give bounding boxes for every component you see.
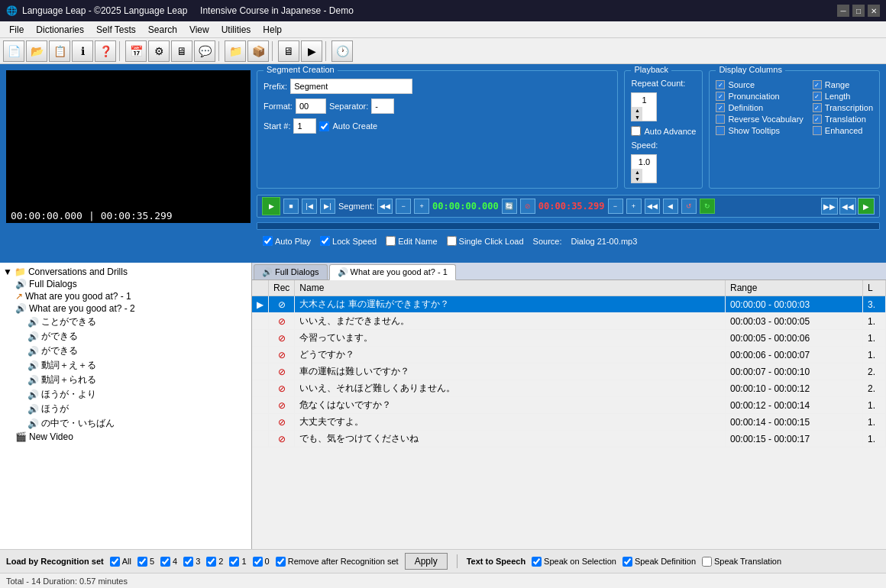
transport-minus2[interactable]: − (608, 199, 623, 214)
dc-show-tooltips-check[interactable] (716, 126, 725, 135)
repeat-value[interactable] (632, 93, 656, 107)
transport-rewind[interactable]: ↺ (681, 199, 697, 214)
bc-remove-checkbox[interactable] (276, 557, 286, 567)
format-input[interactable] (296, 99, 326, 114)
rt-btn-3[interactable]: ▶ (858, 198, 875, 215)
start-input[interactable] (293, 118, 316, 134)
table-row[interactable]: ▶ ⊘ 大木さんは 車の運転ができますか？ 00:00:00 - 00:00:0… (252, 296, 886, 313)
auto-create-checkbox[interactable] (319, 121, 329, 131)
menu-utilities[interactable]: Utilities (215, 23, 257, 37)
dc-reverse-vocab-check[interactable] (716, 115, 725, 124)
lock-speed-checkbox[interactable] (320, 236, 330, 246)
transport-forward[interactable]: ↻ (700, 199, 715, 214)
tree-item-doshi2[interactable]: 🔊 動詞＋られる (3, 373, 248, 387)
toolbar-chat[interactable]: 💬 (194, 40, 215, 62)
apply-button[interactable]: Apply (405, 553, 448, 570)
transport-seg-start[interactable]: ◀◀ (377, 199, 393, 214)
separator-input[interactable] (371, 99, 394, 114)
tree-item-houga[interactable]: 🔊 ほうが・より (3, 387, 248, 402)
toolbar-open[interactable]: 📂 (26, 40, 47, 62)
dc-translation-check[interactable]: ✓ (813, 115, 822, 124)
dc-enhanced-check[interactable] (813, 126, 822, 135)
menu-help[interactable]: Help (257, 23, 288, 37)
menu-dictionaries[interactable]: Dictionaries (30, 23, 90, 37)
table-row[interactable]: ⊘ 車の運転は難しいですか？ 00:00:07 - 00:00:10 2. (252, 363, 886, 380)
toolbar-info[interactable]: ℹ (72, 40, 93, 62)
bc-5-checkbox[interactable] (137, 557, 147, 567)
prefix-input[interactable] (290, 79, 412, 94)
auto-advance-checkbox[interactable] (631, 126, 641, 136)
transport-plus2[interactable]: + (626, 199, 642, 214)
speed-down[interactable]: ▼ (632, 176, 642, 183)
bc-all-checkbox[interactable] (110, 557, 120, 567)
transport-prev-seg[interactable]: |◀ (302, 199, 317, 214)
tree-item-full-dialogs[interactable]: 🔊 Full Dialogs (3, 278, 248, 290)
tree-item-what2[interactable]: 🔊 What are you good at? - 2 (3, 302, 248, 315)
speed-spinner[interactable]: ▲ ▼ (631, 154, 657, 183)
tree-item-dekiru1[interactable]: 🔊 ができる (3, 329, 248, 344)
table-row[interactable]: ⊘ でも、気をつけてくださいね 00:00:15 - 00:00:17 1. (252, 431, 886, 447)
rt-btn-1[interactable]: ▶▶ (821, 198, 838, 215)
rt-btn-2[interactable]: ◀◀ (839, 198, 856, 215)
bc-3-checkbox[interactable] (183, 557, 193, 567)
toolbar-settings[interactable]: ⚙ (148, 40, 170, 62)
dc-source-check[interactable]: ✓ (716, 80, 725, 89)
minimize-button[interactable]: ─ (837, 5, 849, 17)
transport-back2[interactable]: ◀ (663, 199, 678, 214)
menu-file[interactable]: File (3, 23, 30, 37)
bc-1-checkbox[interactable] (229, 557, 239, 567)
bc-speak-def-checkbox[interactable] (622, 557, 632, 567)
maximize-button[interactable]: □ (852, 5, 865, 17)
toolbar-calendar[interactable]: 📅 (125, 40, 147, 62)
transport-seg-plus[interactable]: + (414, 199, 429, 214)
tab-full-dialogs[interactable]: 🔊 Full Dialogs (254, 264, 328, 279)
toolbar-package[interactable]: 📦 (247, 40, 269, 62)
auto-play-checkbox[interactable] (263, 236, 273, 246)
tree-item-houga2[interactable]: 🔊 ほうが (3, 402, 248, 416)
transport-play[interactable]: ▶ (262, 197, 280, 215)
single-click-checkbox[interactable] (447, 236, 457, 246)
tree-item-root[interactable]: ▼ 📁 Conversations and Drills (3, 266, 248, 278)
tree-item-naka[interactable]: 🔊 の中で・いちばん (3, 416, 248, 431)
tree-item-new-video[interactable]: 🎬 New Video (3, 431, 248, 443)
tab-what1[interactable]: 🔊 What are you good at? - 1 (329, 264, 456, 280)
transport-back[interactable]: ◀◀ (645, 199, 660, 214)
toolbar-monitor2[interactable]: 🖥 (278, 40, 299, 62)
tree-item-doshi1[interactable]: 🔊 動詞＋え＋る (3, 358, 248, 373)
speed-up[interactable]: ▲ (632, 169, 642, 176)
toolbar-folder[interactable]: 📁 (225, 40, 246, 62)
dc-pronunciation-check[interactable]: ✓ (716, 92, 725, 101)
transport-stop[interactable]: ■ (283, 199, 299, 214)
menu-view[interactable]: View (183, 23, 215, 37)
repeat-spinner[interactable]: ▲ ▼ (631, 92, 657, 121)
close-button[interactable]: ✕ (868, 5, 880, 17)
table-row[interactable]: ⊘ いいえ、まだできません。 00:00:03 - 00:00:05 1. (252, 313, 886, 330)
toolbar-play[interactable]: ▶ (301, 40, 322, 62)
tree-item-what1[interactable]: ↗ What are you good at? - 1 (3, 290, 248, 302)
toolbar-clock[interactable]: 🕐 (331, 40, 353, 62)
dc-range-check[interactable]: ✓ (813, 80, 822, 89)
table-row[interactable]: ⊘ どうですか？ 00:00:06 - 00:00:07 1. (252, 347, 886, 363)
progress-bar[interactable] (257, 222, 880, 230)
repeat-up[interactable]: ▲ (632, 107, 642, 114)
table-row[interactable]: ⊘ 大丈夫ですよ。 00:00:14 - 00:00:15 1. (252, 414, 886, 431)
bc-speak-sel-checkbox[interactable] (532, 557, 542, 567)
table-row[interactable]: ⊘ いいえ、それほど難しくありません。 00:00:10 - 00:00:12 … (252, 380, 886, 397)
edit-name-checkbox[interactable] (386, 236, 396, 246)
transport-next-seg[interactable]: ▶| (320, 199, 335, 214)
repeat-down[interactable]: ▼ (632, 114, 642, 121)
toolbar-monitor[interactable]: 🖥 (171, 40, 192, 62)
transport-loop[interactable]: 🔄 (502, 199, 517, 214)
toolbar-new[interactable]: 📄 (3, 40, 24, 62)
transport-seg-minus[interactable]: − (396, 199, 411, 214)
menu-self-tests[interactable]: Self Tests (90, 23, 142, 37)
transport-rec[interactable]: ⊘ (520, 199, 535, 214)
table-row[interactable]: ⊘ 危なくはないですか？ 00:00:12 - 00:00:14 1. (252, 397, 886, 414)
toolbar-book[interactable]: 📋 (49, 40, 70, 62)
toolbar-help[interactable]: ❓ (95, 40, 116, 62)
bc-speak-trans-checkbox[interactable] (702, 557, 712, 567)
tree-item-koto[interactable]: 🔊 ことができる (3, 315, 248, 329)
table-row[interactable]: ⊘ 今習っています。 00:00:05 - 00:00:06 1. (252, 330, 886, 347)
dc-definition-check[interactable]: ✓ (716, 103, 725, 112)
bc-0-checkbox[interactable] (253, 557, 263, 567)
